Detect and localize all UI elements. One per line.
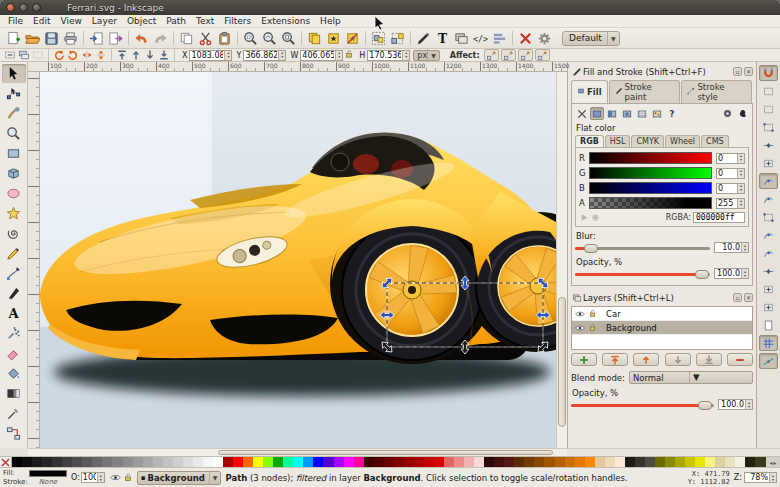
select-all-button[interactable] — [3, 49, 17, 61]
palette-swatch[interactable] — [635, 457, 645, 467]
tweak-tool-button[interactable] — [2, 104, 26, 123]
text-tool-button[interactable]: A — [2, 304, 26, 323]
scale-stroke-toggle[interactable] — [484, 49, 499, 61]
raise-layer-to-top-button[interactable] — [602, 353, 628, 366]
palette-swatch[interactable] — [112, 457, 122, 467]
layers-close-button[interactable]: ✕ — [744, 293, 753, 302]
print-button[interactable] — [61, 29, 80, 47]
zoom-selection-button[interactable] — [241, 29, 260, 47]
snap-rotation-centers-button[interactable] — [759, 299, 778, 315]
redo-button[interactable] — [151, 29, 170, 47]
eraser-tool-button[interactable] — [2, 344, 26, 363]
pick-color-button[interactable] — [579, 213, 590, 223]
no-paint-button[interactable] — [575, 107, 589, 120]
rectangle-tool-button[interactable] — [2, 144, 26, 163]
color-tab-cmyk[interactable]: CMYK — [631, 135, 664, 147]
palette-swatch[interactable] — [524, 457, 534, 467]
ungroup-button[interactable] — [388, 29, 407, 47]
swatch-button[interactable] — [650, 107, 664, 120]
palette-swatch[interactable] — [394, 457, 404, 467]
palette-swatch[interactable] — [344, 457, 354, 467]
raise-to-top-button[interactable] — [115, 49, 129, 61]
palette-swatch[interactable] — [675, 457, 685, 467]
pattern-button[interactable] — [635, 107, 649, 120]
layers-dock-button[interactable]: ▫ — [733, 293, 742, 302]
palette-scroll-right-icon[interactable]: ▸ — [774, 459, 777, 466]
layer-visibility-icon[interactable] — [574, 323, 586, 333]
selector-tool-button[interactable] — [2, 64, 26, 83]
preferences-button[interactable] — [535, 29, 554, 47]
pencil-tool-button[interactable] — [2, 244, 26, 263]
color-tab-wheel[interactable]: Wheel — [665, 135, 700, 147]
horizontal-scrollbar[interactable] — [28, 448, 567, 456]
palette-swatch[interactable] — [263, 457, 273, 467]
palette-swatch[interactable] — [715, 457, 725, 467]
snap-bbox-button[interactable] — [759, 83, 778, 99]
rotate-ccw-button[interactable] — [52, 49, 66, 61]
layers-dialog-button[interactable] — [452, 29, 471, 47]
palette-swatch[interactable] — [283, 457, 293, 467]
tab-stroke-style[interactable]: Stroke style — [681, 80, 752, 103]
create-clone-button[interactable] — [324, 29, 343, 47]
palette-swatch[interactable] — [685, 457, 695, 467]
palette-swatch[interactable] — [82, 457, 92, 467]
palette-swatch[interactable] — [12, 457, 22, 467]
fill-rule-evenodd-button[interactable] — [735, 107, 749, 120]
fill-stroke-dialog-button[interactable] — [414, 29, 433, 47]
layer-opacity-input[interactable] — [719, 400, 745, 409]
palette-swatch[interactable] — [434, 457, 444, 467]
linear-gradient-button[interactable] — [605, 107, 619, 120]
palette-swatch[interactable] — [143, 457, 153, 467]
unlink-clone-button[interactable] — [343, 29, 362, 47]
snap-grids-button[interactable] — [759, 335, 778, 351]
paste-button[interactable] — [215, 29, 234, 47]
palette-swatch[interactable] — [585, 457, 595, 467]
palette-swatch[interactable] — [153, 457, 163, 467]
layer-lock-icon[interactable] — [122, 472, 135, 483]
flat-color-button[interactable] — [590, 107, 604, 120]
palette-swatch[interactable] — [163, 457, 173, 467]
undo-button[interactable] — [132, 29, 151, 47]
window-maximize-button[interactable] — [32, 3, 41, 12]
color-tab-rgb[interactable]: RGB — [575, 135, 604, 147]
select-all-layers-button[interactable] — [17, 49, 31, 61]
palette-swatch[interactable] — [695, 457, 705, 467]
palette-swatch[interactable] — [474, 457, 484, 467]
zoom-page-button[interactable] — [279, 29, 298, 47]
palette-swatch[interactable] — [193, 457, 203, 467]
layer-lock-icon[interactable] — [586, 323, 598, 332]
lower-to-bottom-button[interactable] — [157, 49, 171, 61]
w-coordinate-input[interactable] — [301, 51, 335, 60]
delete-selection-button[interactable] — [516, 29, 535, 47]
zoom-drawing-button[interactable] — [260, 29, 279, 47]
palette-swatch[interactable] — [645, 457, 655, 467]
layer-row-car[interactable]: Car — [572, 307, 752, 321]
palette-swatch[interactable] — [745, 457, 755, 467]
fill-rule-nonzero-button[interactable] — [720, 107, 734, 120]
deselect-button[interactable] — [31, 49, 45, 61]
palette-swatch[interactable] — [62, 457, 72, 467]
palette-swatch[interactable] — [364, 457, 374, 467]
horizontal-ruler[interactable]: 1002003004005006007008009001000110012001… — [28, 62, 567, 72]
palette-swatch[interactable] — [735, 457, 745, 467]
align-dialog-button[interactable] — [490, 29, 509, 47]
menu-layer[interactable]: Layer — [87, 16, 122, 26]
palette-swatch[interactable] — [464, 457, 474, 467]
fs-opacity-input[interactable] — [715, 269, 741, 278]
palette-swatch[interactable] — [243, 457, 253, 467]
channel-g-input[interactable] — [717, 169, 737, 178]
snap-enable-button[interactable] — [759, 65, 778, 81]
blend-mode-dropdown[interactable]: Normal ▼ — [629, 371, 753, 384]
blur-slider[interactable] — [575, 243, 710, 253]
palette-swatch[interactable] — [273, 457, 283, 467]
window-minimize-button[interactable] — [19, 3, 28, 12]
snap-midpoints-button[interactable] — [759, 263, 778, 279]
palette-swatch[interactable] — [555, 457, 565, 467]
menu-object[interactable]: Object — [122, 16, 161, 26]
palette-swatch[interactable] — [454, 457, 464, 467]
palette-swatch[interactable] — [414, 457, 424, 467]
palette-swatch[interactable] — [102, 457, 112, 467]
dropper-tool-button[interactable] — [2, 404, 26, 423]
color-tab-cms[interactable]: CMS — [701, 135, 729, 147]
palette-swatch[interactable] — [575, 457, 585, 467]
